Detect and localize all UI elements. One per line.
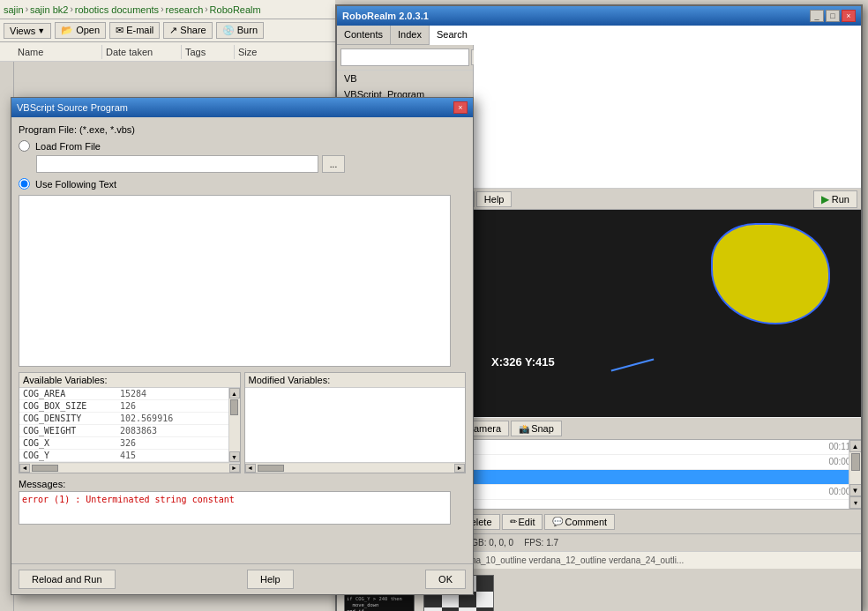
modal-footer: Reload and Run Help OK: [11, 563, 473, 594]
pipeline-scrollbar[interactable]: ▲ ▼ ▾: [849, 440, 861, 509]
checker-cell: [459, 607, 476, 611]
script-area-container: [19, 195, 466, 369]
help-search-input[interactable]: [340, 48, 469, 66]
scroll-end-arrow[interactable]: ▾: [849, 496, 862, 509]
file-path-input[interactable]: [36, 155, 318, 173]
reload-run-button[interactable]: Reload and Run: [19, 570, 116, 589]
tab-search[interactable]: Search: [430, 26, 475, 45]
use-following-text-label: Use Following Text: [35, 179, 116, 190]
modified-h-scroll[interactable]: ◄ ►: [245, 462, 466, 473]
email-icon: ✉: [116, 25, 126, 35]
col-tags-header[interactable]: Tags: [182, 45, 235, 59]
modified-h-track: [256, 464, 455, 473]
scroll-down-arrow[interactable]: ▼: [849, 484, 862, 496]
views-button[interactable]: Views ▼: [4, 23, 51, 39]
var-row[interactable]: COG_Y415: [19, 450, 228, 462]
snap-icon: 📸: [519, 424, 529, 434]
tab-index[interactable]: Index: [391, 26, 430, 44]
modified-vars-title: Modified Variables:: [245, 373, 466, 388]
views-chevron-icon: ▼: [37, 26, 45, 35]
crosshair-line: [611, 359, 655, 372]
breadcrumb-roborealm[interactable]: RoboRealm: [210, 4, 261, 15]
vars-scroll-track: [229, 399, 240, 451]
snap-button[interactable]: 📸 Snap: [511, 421, 562, 436]
help-tabs-bar: Contents Index Search: [337, 26, 473, 45]
var-row[interactable]: COG_WEIGHT2083863: [19, 425, 228, 437]
program-file-label: Program File: (*.exe, *.vbs): [19, 124, 466, 135]
use-following-text-radio[interactable]: [19, 178, 30, 190]
vars-scroll-thumb: [230, 399, 238, 415]
use-text-row: Use Following Text: [19, 178, 466, 190]
var-value: 415: [120, 451, 136, 460]
open-button[interactable]: 📂 Open: [55, 22, 106, 39]
share-button[interactable]: ↗ Share: [163, 22, 212, 39]
checker-cell: [442, 607, 460, 611]
vars-h-scroll[interactable]: ◄ ►: [19, 462, 240, 473]
explorer-toolbar: Views ▼ 📂 Open ✉ E-mail ↗ Share 💿 Burn: [0, 19, 335, 42]
vars-scroll-up[interactable]: ▲: [229, 388, 240, 399]
available-vars-list: COG_AREA15284COG_BOX_SIZE126COG_DENSITY1…: [19, 388, 240, 462]
h-scroll-thumb: [32, 465, 58, 472]
available-vars-panel: Available Variables: COG_AREA15284COG_BO…: [19, 372, 241, 473]
modified-h-scroll-right[interactable]: ►: [454, 464, 465, 473]
scroll-up-arrow[interactable]: ▲: [849, 440, 862, 452]
var-row[interactable]: COG_X326: [19, 437, 228, 450]
script-textarea[interactable]: [19, 195, 451, 367]
modal-close-button[interactable]: ×: [453, 101, 468, 114]
h-scroll-right[interactable]: ►: [229, 464, 240, 473]
var-row[interactable]: COG_AREA15284: [19, 388, 228, 400]
vars-scroll-down[interactable]: ▼: [229, 451, 240, 462]
h-scroll-track: [30, 464, 229, 473]
var-name: COG_DENSITY: [23, 414, 120, 423]
breadcrumb-research[interactable]: research: [165, 4, 203, 15]
var-value: 326: [120, 438, 136, 448]
var-name: COG_WEIGHT: [23, 426, 120, 436]
modified-h-thumb: [258, 465, 284, 472]
explorer-breadcrumb-bar: sajin › sajin bk2 › robotics documents ›…: [0, 0, 335, 19]
vars-scrollbar[interactable]: ▲ ▼: [228, 388, 240, 462]
close-button[interactable]: ×: [842, 10, 856, 22]
yellow-blob: [711, 223, 830, 324]
edit-icon: ✏: [510, 517, 517, 526]
col-size-header[interactable]: Size: [235, 45, 260, 59]
help-content-area: [474, 26, 861, 188]
messages-area: error (1) : Unterminated string constant: [19, 491, 451, 525]
h-scroll-left[interactable]: ◄: [19, 464, 30, 473]
maximize-button[interactable]: □: [826, 10, 840, 22]
ok-button[interactable]: OK: [425, 570, 466, 589]
var-value: 126: [120, 401, 136, 411]
minimize-button[interactable]: _: [810, 10, 824, 22]
var-row[interactable]: COG_BOX_SIZE126: [19, 400, 228, 413]
col-name-header[interactable]: Name: [14, 45, 102, 59]
burn-button[interactable]: 💿 Burn: [216, 22, 264, 39]
breadcrumb-sajin-bk2[interactable]: sajin bk2: [30, 4, 68, 15]
col-date-header[interactable]: Date taken: [102, 45, 182, 59]
load-from-file-radio[interactable]: [19, 140, 30, 152]
run-button[interactable]: ▶ Run: [813, 190, 857, 208]
tab-contents[interactable]: Contents: [337, 26, 391, 44]
edit-button[interactable]: ✏ Edit: [502, 514, 543, 530]
explorer-column-headers: Name Date taken Tags Size: [0, 42, 335, 62]
views-label: Views: [10, 26, 35, 36]
modal-title: VBScript Source Program: [17, 102, 128, 113]
comment-icon: 💬: [552, 517, 563, 526]
modified-vars-content: [245, 388, 466, 462]
browse-button[interactable]: ...: [322, 155, 345, 173]
breadcrumb-robotics[interactable]: robotics documents: [75, 4, 159, 15]
breadcrumb-sajin[interactable]: sajin: [4, 4, 24, 15]
checker-cell: [476, 576, 494, 592]
comment-button[interactable]: 💬 Comment: [544, 514, 615, 530]
file-path-row: ...: [36, 155, 466, 173]
email-button[interactable]: ✉ E-mail: [109, 22, 160, 39]
var-name: COG_AREA: [23, 389, 120, 399]
scroll-track: [850, 452, 861, 484]
help-item-vb[interactable]: VB: [337, 71, 473, 86]
var-row[interactable]: COG_DENSITY102.569916: [19, 413, 228, 425]
help-menu[interactable]: Help: [476, 191, 513, 207]
var-name: COG_X: [23, 438, 120, 448]
modified-h-scroll-left[interactable]: ◄: [245, 464, 256, 473]
load-from-file-label: Load From File: [35, 141, 101, 152]
load-from-file-row: Load From File: [19, 140, 466, 152]
modal-help-button[interactable]: Help: [247, 570, 294, 589]
burn-icon: 💿: [222, 25, 237, 35]
